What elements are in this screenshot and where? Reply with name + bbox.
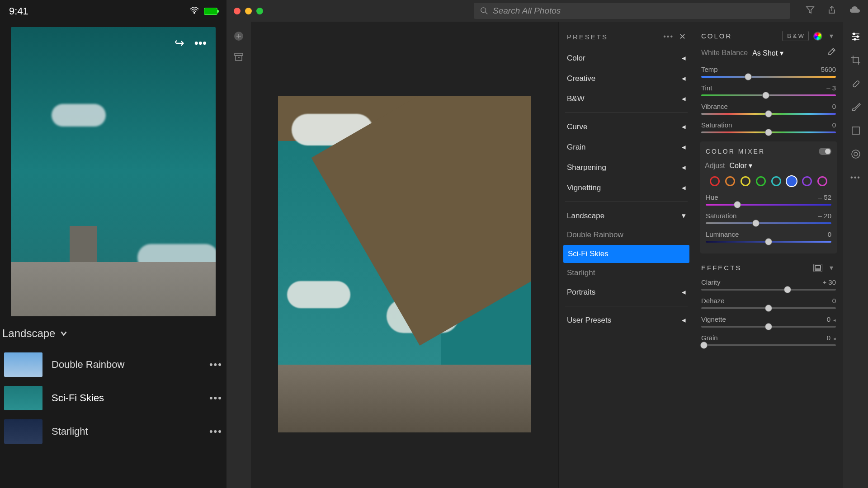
mixer-saturation-slider[interactable]: Saturation– 20: [705, 210, 832, 229]
svg-point-12: [852, 150, 860, 158]
left-sidebar: [226, 22, 251, 488]
preset-category[interactable]: Portraits◂: [559, 282, 694, 302]
more-tools-icon[interactable]: •••: [850, 172, 862, 183]
color-swatch-blue[interactable]: [787, 176, 797, 186]
wb-dropdown[interactable]: As Shot ▾: [752, 49, 783, 57]
preset-cat-label: B&W: [567, 94, 585, 103]
preset-cat-label: Creative: [567, 74, 595, 83]
preset-category[interactable]: Creative◂: [559, 68, 694, 89]
saturation-slider[interactable]: Saturation0: [700, 119, 837, 138]
maximize-window-button[interactable]: [256, 8, 263, 14]
minimize-window-button[interactable]: [245, 8, 252, 14]
preset-cat-label: Sharpening: [567, 163, 606, 172]
edit-panel: COLOR B & W ▾ White Balance As Shot ▾ Te…: [694, 22, 843, 488]
preset-item[interactable]: Double Rainbow: [559, 226, 694, 244]
radial-gradient-icon[interactable]: [850, 148, 862, 160]
eyedropper-icon[interactable]: [827, 47, 836, 58]
expand-icon[interactable]: ◂: [833, 336, 836, 341]
color-swatch-red[interactable]: [710, 176, 720, 186]
tool-rail: •••: [843, 22, 868, 488]
color-swatch-orange[interactable]: [725, 176, 735, 186]
preset-group-dropdown[interactable]: Landscape: [1, 325, 225, 348]
temp-slider[interactable]: Temp5600: [700, 64, 837, 82]
color-mixer-section: COLOR MIXER Adjust Color ▾: [700, 141, 837, 253]
adjust-label: Adjust: [705, 162, 725, 170]
chevron-left-icon: ◂: [682, 315, 686, 325]
mixer-toggle[interactable]: [819, 148, 831, 155]
slider-label: Saturation: [701, 121, 732, 129]
luminance-slider[interactable]: Luminance0: [705, 229, 832, 247]
preset-category[interactable]: Sharpening◂: [559, 157, 694, 178]
preset-category[interactable]: Vignetting◂: [559, 178, 694, 198]
preset-thumb: [4, 386, 42, 410]
chevron-left-icon: ◂: [682, 74, 686, 83]
preset-category[interactable]: User Presets◂: [559, 310, 694, 330]
edit-sliders-icon[interactable]: [850, 31, 862, 42]
slider-value: 0: [828, 230, 831, 238]
slider-label: Vignette: [701, 315, 726, 323]
healing-icon[interactable]: [850, 78, 862, 89]
slider-value: – 3: [826, 84, 836, 92]
row-more-icon[interactable]: •••: [209, 392, 222, 404]
mobile-preset-row[interactable]: Sci-Fi Skies •••: [1, 381, 225, 415]
linear-gradient-icon[interactable]: [850, 125, 862, 136]
preset-category[interactable]: Grain◂: [559, 137, 694, 157]
dehaze-slider[interactable]: Dehaze0: [700, 295, 837, 314]
color-swatch-magenta[interactable]: [817, 176, 827, 186]
cloud-icon[interactable]: [849, 5, 861, 16]
color-wheel-icon[interactable]: [813, 32, 822, 41]
titlebar: Search All Photos: [226, 0, 868, 22]
preset-item-active[interactable]: Sci-Fi Skies: [563, 245, 689, 263]
canvas-area[interactable]: [251, 22, 558, 488]
window-controls: [234, 8, 263, 14]
expand-icon[interactable]: ◂: [833, 317, 836, 323]
filter-icon[interactable]: [806, 5, 815, 16]
hue-slider[interactable]: Hue– 52: [705, 192, 832, 210]
slider-value: 0: [827, 315, 830, 323]
row-more-icon[interactable]: •••: [209, 426, 222, 437]
preset-category[interactable]: Curve◂: [559, 117, 694, 137]
slider-label: Grain: [701, 334, 718, 342]
color-swatch-green[interactable]: [756, 176, 766, 186]
more-icon[interactable]: •••: [194, 36, 207, 50]
mobile-preview-image[interactable]: ↪ •••: [11, 27, 216, 316]
preset-category[interactable]: B&W◂: [559, 89, 694, 109]
preset-item[interactable]: Starlight: [559, 264, 694, 282]
search-input[interactable]: Search All Photos: [474, 3, 790, 19]
vibrance-slider[interactable]: Vibrance0: [700, 101, 837, 119]
dropdown-icon[interactable]: ▾: [827, 263, 836, 272]
chevron-left-icon: ◂: [682, 183, 686, 192]
tint-slider[interactable]: Tint– 3: [700, 82, 837, 101]
slider-value: 5600: [821, 66, 836, 73]
brush-icon[interactable]: [850, 101, 862, 113]
clarity-slider[interactable]: Clarity+ 30: [700, 277, 837, 295]
chevron-left-icon: ◂: [682, 122, 686, 131]
preset-category-expanded[interactable]: Landscape▾: [559, 206, 694, 226]
preset-cat-label: Vignetting: [567, 183, 601, 192]
adjust-dropdown[interactable]: Color ▾: [729, 161, 752, 170]
row-more-icon[interactable]: •••: [209, 359, 222, 371]
archive-button[interactable]: [234, 52, 244, 63]
color-swatch-purple[interactable]: [802, 176, 812, 186]
close-presets-icon[interactable]: ✕: [679, 32, 686, 42]
slider-value: 0: [832, 121, 836, 129]
split-tone-icon[interactable]: [813, 264, 822, 272]
grain-slider[interactable]: Grain0◂: [700, 332, 837, 351]
close-window-button[interactable]: [234, 8, 241, 14]
mobile-preset-row[interactable]: Starlight •••: [1, 415, 225, 448]
color-swatch-yellow[interactable]: [741, 176, 750, 186]
share-icon[interactable]: ↪: [175, 36, 184, 50]
mobile-preset-row[interactable]: Double Rainbow •••: [1, 348, 225, 381]
bw-toggle-button[interactable]: B & W: [782, 31, 809, 41]
preset-cat-label: User Presets: [567, 316, 611, 325]
add-photo-button[interactable]: [233, 31, 244, 43]
share-icon[interactable]: [827, 5, 836, 16]
dropdown-icon[interactable]: ▾: [827, 32, 836, 40]
crop-icon[interactable]: [850, 54, 862, 66]
slider-label: Vibrance: [701, 103, 728, 110]
color-swatch-aqua[interactable]: [771, 176, 781, 186]
presets-more-icon[interactable]: •••: [663, 33, 674, 41]
svg-point-7: [853, 33, 855, 35]
preset-category[interactable]: Color◂: [559, 48, 694, 68]
vignette-slider[interactable]: Vignette0◂: [700, 314, 837, 332]
